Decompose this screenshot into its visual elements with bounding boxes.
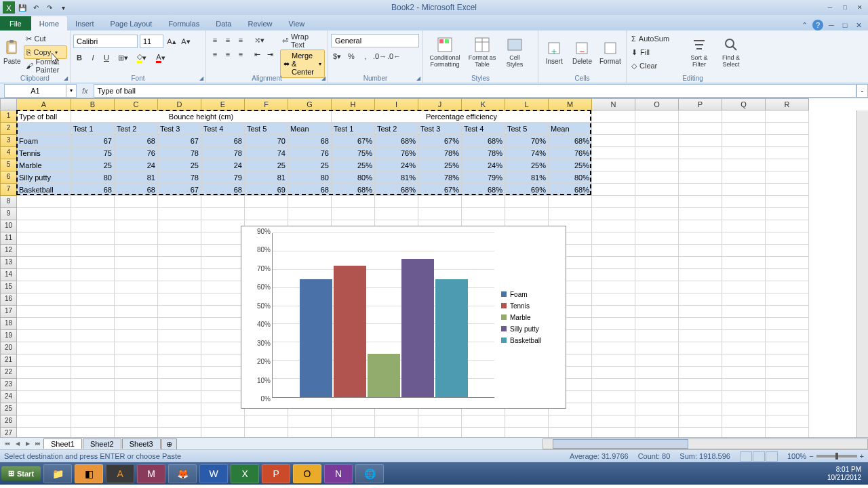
row-header-10[interactable]: 10: [0, 220, 17, 232]
cell[interactable]: [592, 306, 635, 318]
sort-filter-button[interactable]: Sort & Filter: [684, 32, 714, 73]
cell[interactable]: [679, 415, 722, 428]
cell[interactable]: [679, 110, 722, 123]
cell[interactable]: [766, 257, 809, 269]
row-header-9[interactable]: 9: [0, 208, 17, 220]
decrease-decimal-icon[interactable]: .0←: [388, 50, 400, 62]
worksheet-grid[interactable]: ABCDEFGHIJKLMNOPQR 123456789101112131415…: [0, 98, 868, 437]
cell[interactable]: 24: [115, 159, 158, 171]
chart-bar[interactable]: [435, 279, 468, 397]
row-header-20[interactable]: 20: [0, 342, 17, 354]
cell[interactable]: [722, 379, 766, 391]
merge-center-button[interactable]: ⬌Merge & Center▾: [280, 49, 325, 78]
fx-icon[interactable]: fx: [82, 87, 88, 95]
cell[interactable]: [201, 245, 245, 257]
cell[interactable]: [722, 184, 766, 196]
view-page-layout-icon[interactable]: [753, 451, 765, 462]
cell[interactable]: [722, 220, 766, 232]
row-header-7[interactable]: 7: [0, 184, 17, 196]
cell[interactable]: 81%: [505, 171, 549, 184]
col-header-D[interactable]: D: [158, 98, 201, 110]
cell[interactable]: [766, 135, 809, 147]
cell[interactable]: [722, 428, 766, 437]
cell[interactable]: [766, 232, 809, 245]
row-header-25[interactable]: 25: [0, 403, 17, 415]
cell[interactable]: [549, 196, 592, 208]
doc-min-icon[interactable]: ─: [826, 20, 837, 30]
font-color-button[interactable]: A▾: [152, 52, 170, 64]
cell[interactable]: [635, 245, 679, 257]
cell[interactable]: 68: [201, 135, 245, 147]
cell[interactable]: [115, 318, 158, 330]
cell[interactable]: [462, 428, 505, 437]
cell[interactable]: [679, 391, 722, 403]
delete-cells-button[interactable]: −Delete: [569, 32, 595, 73]
cell[interactable]: [462, 415, 505, 428]
cell[interactable]: [462, 208, 505, 220]
cell[interactable]: [17, 391, 71, 403]
cell[interactable]: 24: [201, 159, 245, 171]
cell[interactable]: [766, 354, 809, 367]
cell[interactable]: 69%: [505, 184, 549, 196]
cell[interactable]: 79: [201, 171, 245, 184]
cell[interactable]: 67%: [418, 184, 462, 196]
italic-button[interactable]: I: [87, 52, 99, 64]
decrease-indent-icon[interactable]: ⇤: [251, 48, 263, 60]
cell[interactable]: [635, 354, 679, 367]
fill-color-button[interactable]: ◇▾: [133, 52, 151, 64]
cell[interactable]: 24%: [375, 159, 418, 171]
cell[interactable]: [201, 342, 245, 354]
cell[interactable]: [766, 220, 809, 232]
cell[interactable]: Silly putty: [17, 171, 71, 184]
cell[interactable]: [332, 208, 375, 220]
col-header-C[interactable]: C: [115, 98, 158, 110]
cell[interactable]: [679, 293, 722, 306]
row-header-2[interactable]: 2: [0, 123, 17, 135]
col-header-A[interactable]: A: [17, 98, 71, 110]
cell[interactable]: [375, 208, 418, 220]
cell[interactable]: [158, 196, 201, 208]
tab-formulas[interactable]: Formulas: [160, 16, 208, 30]
row-header-14[interactable]: 14: [0, 269, 17, 281]
font-name-select[interactable]: Calibri: [73, 35, 138, 48]
cell[interactable]: [635, 330, 679, 342]
task-outlook[interactable]: O: [293, 464, 321, 483]
redo-icon[interactable]: ↷: [43, 1, 56, 14]
cell[interactable]: [679, 135, 722, 147]
cell[interactable]: [592, 232, 635, 245]
cell[interactable]: Test 2: [375, 123, 418, 135]
cell[interactable]: Test 5: [505, 123, 549, 135]
format-painter-button[interactable]: 🖌Format Painter: [24, 59, 67, 73]
cell[interactable]: [722, 257, 766, 269]
vertical-scrollbar[interactable]: [856, 110, 868, 437]
cell[interactable]: 70: [245, 135, 288, 147]
col-header-R[interactable]: R: [766, 98, 809, 110]
cell[interactable]: [679, 184, 722, 196]
cell[interactable]: [766, 171, 809, 184]
cell[interactable]: [549, 415, 592, 428]
cell[interactable]: 68: [115, 135, 158, 147]
cell[interactable]: [679, 281, 722, 293]
cell[interactable]: [635, 318, 679, 330]
cell[interactable]: [592, 391, 635, 403]
cell[interactable]: Marble: [17, 159, 71, 171]
cell[interactable]: [201, 208, 245, 220]
cell[interactable]: [592, 135, 635, 147]
cell[interactable]: [722, 293, 766, 306]
cell[interactable]: [201, 306, 245, 318]
cell[interactable]: [115, 257, 158, 269]
fill-button[interactable]: ⬇Fill: [629, 45, 682, 59]
tab-view[interactable]: View: [281, 16, 313, 30]
cell[interactable]: [766, 281, 809, 293]
cell[interactable]: [158, 403, 201, 415]
task-onenote[interactable]: N: [324, 464, 353, 483]
cell[interactable]: 68: [115, 184, 158, 196]
cell[interactable]: [115, 232, 158, 245]
cell[interactable]: [115, 208, 158, 220]
cell[interactable]: [158, 306, 201, 318]
cell[interactable]: [158, 318, 201, 330]
cell[interactable]: [679, 403, 722, 415]
cell[interactable]: [17, 379, 71, 391]
chart-bar[interactable]: [401, 259, 434, 397]
col-header-B[interactable]: B: [71, 98, 115, 110]
